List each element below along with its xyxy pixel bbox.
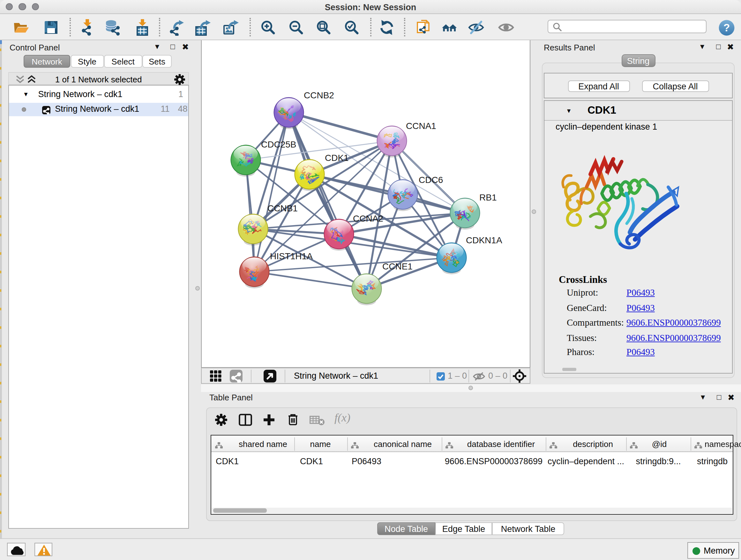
svg-text:CCNB2: CCNB2 [304,90,334,100]
svg-text:CDKN1A: CDKN1A [466,235,502,245]
svg-text:HIST1H1A: HIST1H1A [270,251,313,261]
svg-text:RB1: RB1 [479,192,496,202]
svg-text:CDC6: CDC6 [418,175,443,185]
svg-text:?: ? [723,21,730,33]
svg-text:CDC25B: CDC25B [261,139,296,149]
svg-text:CDK1: CDK1 [325,153,348,163]
svg-text:CCNA2: CCNA2 [353,213,383,224]
svg-text:CCNB1: CCNB1 [267,203,297,213]
svg-text:CCNA1: CCNA1 [406,121,436,131]
svg-text:CCNE1: CCNE1 [382,261,412,271]
